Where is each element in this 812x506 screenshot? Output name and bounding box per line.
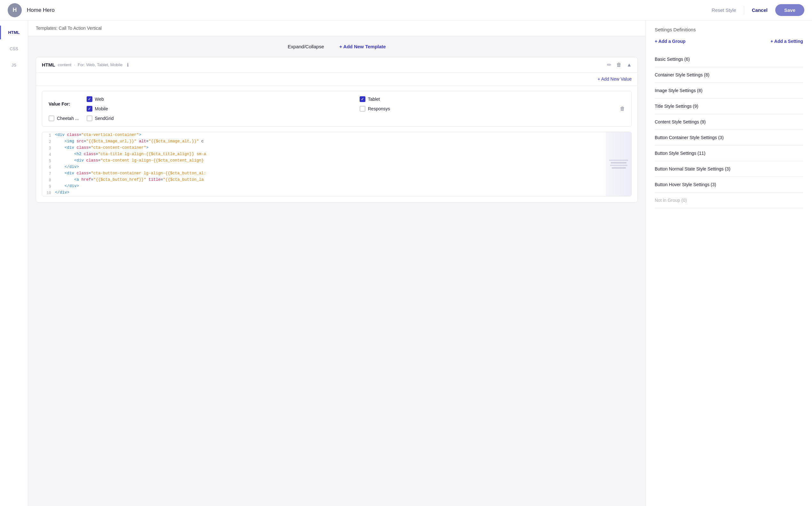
right-panel: Settings Definitions + Add a Group + Add… bbox=[646, 20, 812, 506]
checkbox-tablet-check bbox=[360, 96, 366, 102]
add-setting-button[interactable]: + Add a Setting bbox=[771, 39, 803, 44]
code-line-6: 6 </div> bbox=[42, 164, 631, 170]
center-panel: Templates: Call To Action Vertical Expan… bbox=[28, 20, 646, 506]
code-line-4: 4 <h2 class="cta-title lg-align-{{$cta_t… bbox=[42, 151, 631, 158]
save-button[interactable]: Save bbox=[775, 4, 804, 16]
top-header: H Home Hero Reset Style Cancel Save bbox=[0, 0, 812, 20]
checkbox-web[interactable]: Web bbox=[87, 96, 352, 102]
left-sidebar: HTML CSS JS bbox=[0, 20, 28, 506]
add-new-template-button[interactable]: + Add New Template bbox=[339, 44, 386, 49]
template-card-title: HTML bbox=[42, 62, 55, 68]
settings-definitions-title: Settings Definitions bbox=[655, 27, 803, 32]
edit-icon-button[interactable]: ✏ bbox=[607, 62, 611, 68]
template-toolbar: Expand/Collapse + Add New Template bbox=[28, 36, 645, 57]
code-line-7: 7 <div class="cta-button-container lg-al… bbox=[42, 170, 631, 177]
template-card-header: HTML content · For: Web, Tablet, Mobile … bbox=[36, 57, 637, 73]
code-line-5: 5 <div class="cta-content lg-align-{{$ct… bbox=[42, 158, 631, 164]
sidebar-tab-css[interactable]: CSS bbox=[0, 42, 28, 56]
delete-icon-button[interactable]: 🗑 bbox=[616, 62, 621, 68]
settings-list: Basic Settings (6) Container Style Setti… bbox=[655, 52, 803, 208]
setting-item-title[interactable]: Title Style Settings (9) bbox=[655, 98, 803, 114]
add-group-button[interactable]: + Add a Group bbox=[655, 39, 685, 44]
setting-item-not-in-group[interactable]: Not in Group (0) bbox=[655, 192, 803, 208]
checkbox-sendgrid-check bbox=[87, 115, 92, 121]
setting-item-container[interactable]: Container Style Settings (8) bbox=[655, 67, 803, 83]
sidebar-tab-js[interactable]: JS bbox=[0, 58, 28, 72]
value-for-section: Value For: Web Tablet Mobile bbox=[42, 91, 632, 126]
right-panel-actions: + Add a Group + Add a Setting bbox=[655, 39, 803, 44]
avatar: H bbox=[8, 3, 22, 17]
value-for-delete-button[interactable]: 🗑 bbox=[620, 106, 625, 112]
checkbox-cheetah-check bbox=[48, 115, 55, 121]
template-card-meta-for: For: Web, Tablet, Mobile bbox=[78, 62, 122, 67]
checkbox-cheetah[interactable]: Cheetah ... bbox=[48, 115, 79, 121]
header-actions: Reset Style Cancel Save bbox=[712, 4, 804, 16]
code-line-2: 2 <img src="{{$cta_image_url,}}" alt="{{… bbox=[42, 139, 631, 145]
checkbox-responsys[interactable]: Responsys bbox=[360, 106, 390, 112]
active-indicator bbox=[0, 25, 1, 39]
value-for-label: Value For: bbox=[48, 101, 79, 106]
code-line-1: 1 <div class="cta-vertical-container"> bbox=[42, 132, 631, 139]
header-divider bbox=[744, 6, 744, 15]
add-value-bar: + Add New Value bbox=[36, 73, 637, 86]
setting-item-content[interactable]: Content Style Settings (9) bbox=[655, 114, 803, 130]
setting-item-basic[interactable]: Basic Settings (6) bbox=[655, 52, 803, 67]
info-icon[interactable]: ℹ bbox=[127, 62, 129, 68]
breadcrumb: Templates: Call To Action Vertical bbox=[28, 20, 645, 36]
template-card-meta-content: content bbox=[58, 62, 72, 67]
setting-item-button-normal[interactable]: Button Normal State Style Settings (3) bbox=[655, 161, 803, 177]
value-for-grid: Value For: Web Tablet Mobile bbox=[48, 96, 625, 121]
main-layout: HTML CSS JS Templates: Call To Action Ve… bbox=[0, 20, 812, 506]
setting-item-button-container[interactable]: Button Container Style Settings (3) bbox=[655, 130, 803, 146]
code-line-3: 3 <div class="cta-content-container"> bbox=[42, 145, 631, 151]
responsys-row: Responsys 🗑 bbox=[360, 106, 625, 112]
setting-item-image[interactable]: Image Style Settings (8) bbox=[655, 83, 803, 98]
template-card-meta-separator: · bbox=[74, 62, 75, 67]
cancel-button[interactable]: Cancel bbox=[752, 7, 768, 13]
sidebar-tab-html[interactable]: HTML bbox=[0, 25, 28, 39]
expand-collapse-label: Expand/Collapse bbox=[288, 44, 324, 49]
reset-style-button[interactable]: Reset Style bbox=[712, 7, 736, 13]
code-editor[interactable]: 1 <div class="cta-vertical-container"> 2… bbox=[42, 132, 632, 196]
checkbox-web-check bbox=[87, 96, 92, 102]
add-new-value-button[interactable]: + Add New Value bbox=[598, 76, 632, 82]
checkbox-mobile[interactable]: Mobile bbox=[87, 106, 352, 112]
code-line-8: 8 <a href="{{$cta_button_href}}" title="… bbox=[42, 177, 631, 183]
checkbox-sendgrid[interactable]: SendGrid bbox=[87, 115, 352, 121]
checkbox-tablet[interactable]: Tablet bbox=[360, 96, 625, 102]
collapse-icon-button[interactable]: ▲ bbox=[627, 62, 632, 68]
checkbox-mobile-check bbox=[87, 106, 92, 112]
code-preview-thumb bbox=[606, 132, 631, 196]
setting-item-button-hover[interactable]: Button Hover Style Settings (3) bbox=[655, 177, 803, 192]
code-line-9: 9 </div> bbox=[42, 183, 631, 190]
template-card-actions: ✏ 🗑 ▲ bbox=[607, 62, 632, 68]
template-card: HTML content · For: Web, Tablet, Mobile … bbox=[36, 57, 638, 202]
app-title: Home Hero bbox=[27, 7, 712, 13]
setting-item-button-style[interactable]: Button Style Settings (11) bbox=[655, 146, 803, 161]
checkbox-responsys-check bbox=[360, 106, 366, 112]
code-line-10: 10 </div> bbox=[42, 190, 631, 196]
